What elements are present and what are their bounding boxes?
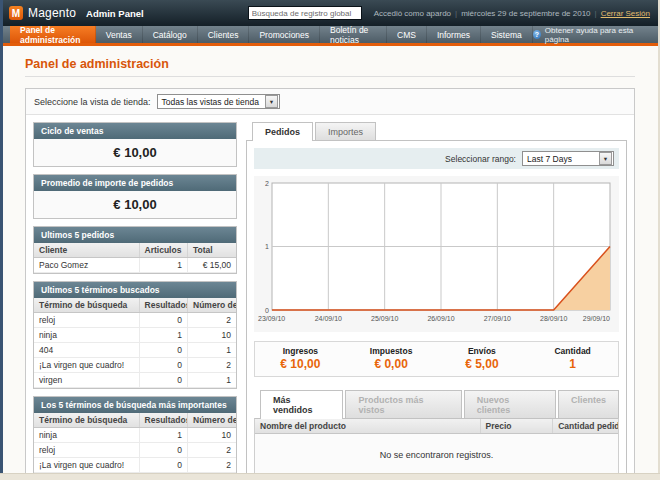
tab[interactable]: Nuevos clientes xyxy=(464,390,556,418)
column-header: Resultados xyxy=(139,413,187,428)
table-cell: 1 xyxy=(188,343,236,358)
table-header-row: ClienteArticulosTotal xyxy=(34,243,236,258)
table-cell: 0 xyxy=(139,458,187,473)
column-header: Articulos xyxy=(139,243,187,258)
nav-item[interactable]: Panel de administración xyxy=(10,26,96,43)
top-search-terms-table: Término de búsquedaResultadosNúmero de u… xyxy=(34,413,236,480)
store-view-select[interactable]: Todas las vistas de tienda ▼ xyxy=(157,94,280,109)
table-cell: 0 xyxy=(139,313,187,328)
table-cell: 1 xyxy=(139,258,187,273)
table-cell: 2 xyxy=(188,313,236,328)
stat-value: € 10,00 xyxy=(255,357,346,371)
tab[interactable]: Pedidos xyxy=(252,122,313,141)
table-cell: 2 xyxy=(188,458,236,473)
table-cell: 10 xyxy=(188,428,236,443)
stat-label: Envíos xyxy=(437,346,528,356)
window-frame-bottom xyxy=(0,473,660,480)
nav-item[interactable]: Boletín de noticias xyxy=(320,26,387,43)
dashboard-sidebar: Ciclo de ventas € 10,00 Promedio de impo… xyxy=(33,122,237,480)
svg-text:29/09/10: 29/09/10 xyxy=(583,315,610,322)
last-search-terms-box: Ultimos 5 términos buscados Término de b… xyxy=(33,281,237,389)
table-row: ninja110 xyxy=(34,328,236,343)
logout-link[interactable]: Cerrar Sesión xyxy=(601,9,650,18)
table-cell: Paco Gomez xyxy=(34,258,139,273)
column-header: Cantidad pedida xyxy=(553,419,618,434)
stat: Impuestos€ 0,00 xyxy=(346,346,437,371)
nav-item[interactable]: Clientes xyxy=(198,26,250,43)
table-cell: reloj xyxy=(34,443,139,458)
user-info: Accedió como apardo | miércoles 29 de se… xyxy=(374,9,650,18)
column-header: Precio xyxy=(480,419,553,434)
main-nav: Panel de administraciónVentasCatálogoCli… xyxy=(0,26,660,46)
svg-text:25/09/10: 25/09/10 xyxy=(371,315,398,322)
svg-text:24/09/10: 24/09/10 xyxy=(315,315,342,322)
nav-item[interactable]: Catálogo xyxy=(143,26,198,43)
tab[interactable]: Importes xyxy=(315,122,376,140)
orders-chart-wrap: 01223/09/1024/09/1025/09/1026/09/1027/09… xyxy=(254,176,619,332)
column-header: Número de usos xyxy=(188,413,236,428)
column-header: Número de usos xyxy=(188,298,236,313)
box-title: Ultimos 5 términos buscados xyxy=(34,282,236,298)
tab[interactable]: Clientes xyxy=(558,390,619,418)
column-header: Resultados xyxy=(139,298,187,313)
table-cell: ninja xyxy=(34,328,139,343)
table-cell: 2 xyxy=(188,358,236,373)
table-cell: 404 xyxy=(34,343,139,358)
bestsellers-table: Nombre del productoPrecioCantidad pedida… xyxy=(255,419,618,480)
last-search-terms-table: Término de búsquedaResultadosNúmero de u… xyxy=(34,298,236,388)
svg-text:0: 0 xyxy=(265,307,269,314)
tab[interactable]: Más vendidos xyxy=(260,390,343,419)
column-header: Nombre del producto xyxy=(255,419,480,434)
nav-item[interactable]: Sistema xyxy=(481,26,533,43)
range-select[interactable]: Last 7 Days ▼ xyxy=(522,151,614,166)
help-label: Obtener ayuda para esta página xyxy=(545,26,648,44)
top-header: M Magento Admin Panel Accedió como apard… xyxy=(0,0,660,26)
separator: | xyxy=(595,9,597,18)
table-row: ¡La virgen que cuadro!02 xyxy=(34,458,236,473)
page-title: Panel de administración xyxy=(25,57,635,71)
dashboard-main: PedidosImportes Seleccionar rango: Last … xyxy=(246,122,627,480)
brand-name: Magento xyxy=(28,6,76,20)
nav-items: Panel de administraciónVentasCatálogoCli… xyxy=(10,26,533,43)
magento-logo-icon: M xyxy=(9,6,23,20)
column-header: Término de búsqueda xyxy=(34,413,139,428)
global-search-input[interactable] xyxy=(248,6,362,20)
column-header: Término de búsqueda xyxy=(34,298,139,313)
stat-label: Cantidad xyxy=(527,346,618,356)
tab[interactable]: Productos más vistos xyxy=(345,390,461,418)
stat-value: € 5,00 xyxy=(437,357,528,371)
chart-tabs: PedidosImportes xyxy=(246,122,627,140)
bottom-tabs: Más vendidosProductos más vistosNuevos c… xyxy=(254,390,619,418)
range-label: Seleccionar rango: xyxy=(445,154,516,164)
table-cell: ¡La virgen que cuadro! xyxy=(34,358,139,373)
help-icon: ? xyxy=(533,30,541,39)
table-row: Paco Gomez1€ 15,00 xyxy=(34,258,236,273)
nav-item[interactable]: Promociones xyxy=(249,26,320,43)
chart-panel: Seleccionar rango: Last 7 Days ▼ 01223/0… xyxy=(246,140,627,480)
title-divider xyxy=(25,76,635,77)
svg-text:28/09/10: 28/09/10 xyxy=(540,315,567,322)
table-row: ¡La virgen que cuadro!02 xyxy=(34,358,236,373)
help-link[interactable]: ? Obtener ayuda para esta página xyxy=(533,26,660,43)
nav-item[interactable]: Ventas xyxy=(96,26,143,43)
table-cell: reloj xyxy=(34,313,139,328)
window-frame-left xyxy=(0,0,3,480)
stat: Cantidad1 xyxy=(527,346,618,371)
table-row: reloj02 xyxy=(34,313,236,328)
separator: | xyxy=(455,9,457,18)
stat-value: € 0,00 xyxy=(346,357,437,371)
stat-label: Ingresos xyxy=(255,346,346,356)
table-cell: € 15,00 xyxy=(188,258,236,273)
nav-item[interactable]: Informes xyxy=(427,26,481,43)
nav-item[interactable]: CMS xyxy=(387,26,427,43)
svg-text:23/09/10: 23/09/10 xyxy=(258,315,285,322)
orders-chart: 01223/09/1024/09/1025/09/1026/09/1027/09… xyxy=(256,178,618,332)
bestsellers-grid: Nombre del productoPrecioCantidad pedida… xyxy=(254,418,619,480)
column-header: Cliente xyxy=(34,243,139,258)
box-title: Ciclo de ventas xyxy=(34,123,236,139)
dashboard-panel: Seleccione la vista de tienda: Todas las… xyxy=(25,88,635,480)
table-cell: ninja xyxy=(34,428,139,443)
brand-suffix: Admin Panel xyxy=(86,8,144,19)
stat: Envíos€ 5,00 xyxy=(437,346,528,371)
table-cell: 1 xyxy=(139,428,187,443)
